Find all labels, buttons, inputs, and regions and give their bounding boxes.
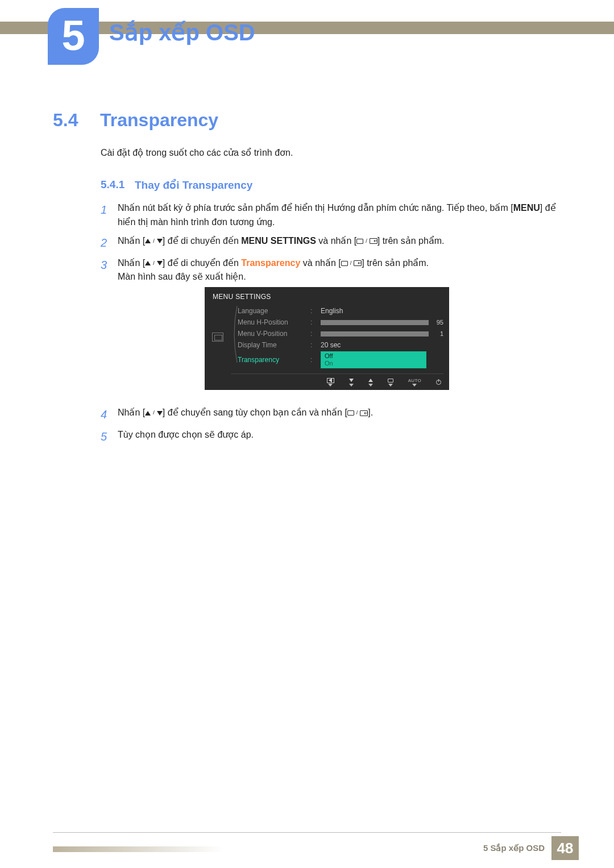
up-icon — [368, 377, 373, 387]
osd-row-vpos: Menu V-Position : 1 — [238, 328, 443, 339]
osd-option-off: Off — [325, 352, 422, 360]
select-enter-icon: / — [356, 238, 377, 244]
enter-icon — [388, 377, 393, 387]
step-2: 2 Nhấn [/] để di chuyển đến MENU SETTING… — [101, 234, 567, 252]
osd-value: 95 — [432, 319, 443, 326]
step-text: Nhấn [/] để chuyển sang tùy chọn bạn cần… — [118, 406, 567, 423]
osd-bracket-icon — [231, 305, 238, 369]
section-description: Cài đặt độ trong suốt cho các cửa sổ trì… — [101, 147, 293, 158]
osd-label: Language — [238, 307, 306, 315]
section-number: 5.4 — [53, 110, 78, 131]
step-3: 3 Nhấn [/] để di chuyển đến Transparency… — [101, 256, 567, 285]
step-number: 2 — [101, 234, 118, 252]
osd-label: Menu H-Position — [238, 318, 306, 326]
step-text: Tùy chọn được chọn sẽ được áp. — [118, 428, 567, 446]
chapter-number-badge: 5 — [48, 8, 99, 65]
osd-row-display-time: Display Time : 20 sec — [238, 339, 443, 351]
power-icon — [436, 379, 441, 385]
step-number: 5 — [101, 428, 118, 446]
up-down-icon: / — [145, 239, 163, 244]
back-icon — [327, 377, 334, 387]
step-number: 3 — [101, 256, 118, 285]
steps-list-lower: 4 Nhấn [/] để chuyển sang tùy chọn bạn c… — [101, 406, 567, 450]
osd-label: Menu V-Position — [238, 330, 306, 338]
menu-label: MENU — [513, 203, 540, 213]
step-1: 1 Nhấn nút bất kỳ ở phía trước sản phẩm … — [101, 201, 567, 230]
text: Nhấn [ — [118, 258, 145, 268]
osd-value: 1 — [432, 330, 443, 337]
section-title: Transparency — [100, 110, 218, 131]
osd-row-language: Language : English — [238, 305, 443, 317]
footer: 5 Sắp xếp OSD 48 — [483, 836, 579, 860]
osd-label-active: Transparency — [238, 356, 306, 364]
text: ]. — [368, 408, 373, 417]
osd-row-hpos: Menu H-Position : 95 — [238, 317, 443, 328]
osd-value: 20 sec — [321, 341, 443, 349]
step-number: 4 — [101, 406, 118, 423]
text: ] để chuyển sang tùy chọn bạn cần và nhấ… — [163, 408, 347, 417]
osd-option-on: On — [325, 360, 422, 367]
text: ] để di chuyển đến — [163, 258, 242, 268]
select-enter-icon: / — [341, 260, 362, 266]
page-number-badge: 48 — [551, 836, 579, 860]
osd-value: English — [321, 307, 443, 315]
transparency-label: Transparency — [241, 258, 300, 268]
auto-icon: AUTO — [408, 377, 421, 387]
steps-list-upper: 1 Nhấn nút bất kỳ ở phía trước sản phẩm … — [101, 201, 567, 289]
menu-settings-label: MENU SETTINGS — [241, 236, 316, 246]
step-5: 5 Tùy chọn được chọn sẽ được áp. — [101, 428, 567, 446]
text: Nhấn nút bất kỳ ở phía trước sản phẩm để… — [118, 203, 513, 213]
osd-slider — [321, 320, 429, 325]
text: Nhấn [ — [118, 236, 145, 246]
chapter-title: Sắp xếp OSD — [109, 19, 255, 45]
text: ] trên sản phẩm. — [362, 258, 429, 268]
text: Màn hình sau đây sẽ xuất hiện. — [118, 272, 246, 281]
select-enter-icon: / — [347, 410, 368, 416]
step-text: Nhấn [/] để di chuyển đến MENU SETTINGS … — [118, 234, 567, 252]
osd-slider — [321, 331, 429, 337]
footer-gradient — [53, 846, 223, 852]
osd-dropdown: Off On — [321, 351, 426, 368]
step-text: Nhấn [/] để di chuyển đến Transparency v… — [118, 256, 567, 285]
footer-chapter-text: 5 Sắp xếp OSD — [483, 843, 545, 853]
text: Nhấn [ — [118, 408, 145, 417]
up-down-icon: / — [145, 410, 163, 416]
text: ] để di chuyển đến — [163, 236, 242, 246]
osd-list: Language : English Menu H-Position : 95 … — [238, 305, 449, 369]
step-text: Nhấn nút bất kỳ ở phía trước sản phẩm để… — [118, 201, 567, 230]
text: ] trên sản phẩm. — [377, 236, 445, 246]
subsection-title: Thay đổi Transparency — [135, 178, 252, 192]
up-down-icon: / — [145, 261, 163, 266]
text: và nhấn [ — [316, 236, 356, 246]
osd-title: MENU SETTINGS — [205, 292, 449, 305]
osd-row-transparency: Transparency : Off On — [238, 351, 443, 369]
footer-divider — [53, 832, 561, 833]
step-4: 4 Nhấn [/] để chuyển sang tùy chọn bạn c… — [101, 406, 567, 423]
osd-screenshot: MENU SETTINGS Language : English Menu H-… — [205, 287, 449, 390]
osd-category-icon — [205, 305, 231, 369]
osd-footer: AUTO — [205, 376, 449, 387]
step-number: 1 — [101, 201, 118, 230]
text: và nhấn [ — [300, 258, 341, 268]
down-icon — [349, 377, 354, 387]
osd-divider — [231, 373, 443, 374]
osd-label: Display Time — [238, 341, 306, 349]
subsection-number: 5.4.1 — [101, 178, 125, 191]
